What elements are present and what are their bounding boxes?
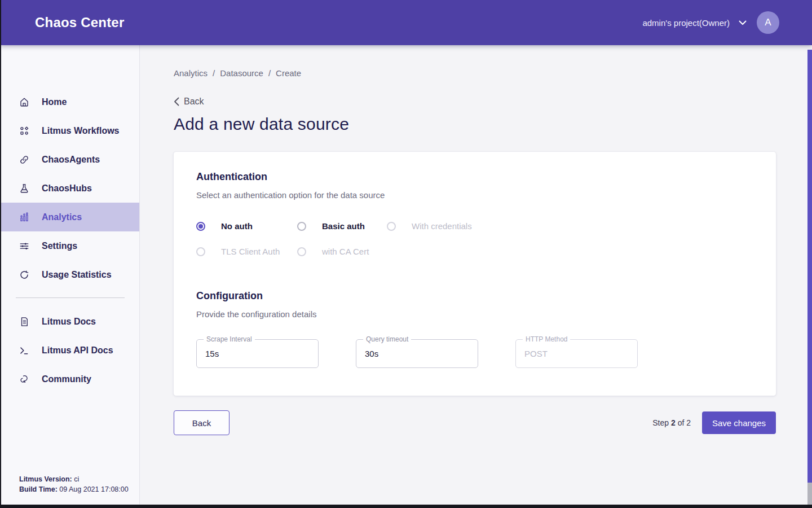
radio-tls-client-auth[interactable]: TLS Client Auth: [196, 247, 297, 256]
radio-with-ca-cert[interactable]: with CA Cert: [297, 247, 753, 256]
query-timeout-label: Query timeout: [363, 335, 411, 343]
radio-label: TLS Client Auth: [221, 247, 280, 256]
sidebar-item-label: Home: [42, 97, 67, 107]
sidebar-item-usage-statistics[interactable]: Usage Statistics: [0, 260, 139, 289]
breadcrumb-separator: /: [268, 68, 271, 78]
chevron-down-icon: [739, 20, 747, 25]
step-current: 2: [671, 418, 676, 427]
page-title: Add a new data source: [174, 115, 812, 134]
window-bottom-edge: [0, 505, 812, 508]
sidebar-item-analytics[interactable]: Analytics: [0, 203, 139, 231]
radio-icon: [297, 247, 306, 256]
app-title: Chaos Center: [35, 15, 124, 30]
sidebar-item-chaoshubs[interactable]: ChaosHubs: [0, 174, 139, 203]
back-link[interactable]: Back: [174, 97, 213, 107]
back-link-label: Back: [184, 97, 204, 107]
auth-options-row-1: No auth Basic auth With credentials: [196, 221, 753, 231]
breadcrumb-separator: /: [213, 68, 215, 78]
version-value: ci: [72, 475, 80, 483]
scrape-interval-label: Scrape Interval: [204, 335, 255, 343]
radio-no-auth[interactable]: No auth: [196, 221, 297, 231]
radio-with-credentials[interactable]: With credentials: [387, 221, 753, 231]
sidebar-item-label: Analytics: [42, 212, 82, 222]
datasource-form-card: Authentication Select an authentication …: [174, 152, 776, 396]
radio-label: With credentials: [412, 221, 472, 231]
step-prefix: Step: [652, 418, 671, 427]
http-method-field: HTTP Method: [515, 339, 638, 368]
query-timeout-field: Query timeout: [356, 339, 478, 368]
avatar[interactable]: A: [757, 11, 779, 34]
http-method-input[interactable]: [524, 349, 629, 358]
sidebar-item-label: Community: [42, 374, 91, 384]
link-icon: [19, 155, 29, 165]
home-icon: [19, 97, 29, 107]
sidebar-item-settings[interactable]: Settings: [0, 231, 139, 260]
back-button[interactable]: Back: [174, 410, 230, 435]
sidebar-item-litmus-workflows[interactable]: Litmus Workflows: [0, 116, 139, 145]
query-timeout-input[interactable]: [365, 349, 469, 358]
terminal-icon: [19, 345, 29, 356]
configuration-subtitle: Provide the configuration details: [196, 309, 753, 319]
radio-label: with CA Cert: [322, 247, 369, 256]
breadcrumb-datasource[interactable]: Datasource: [220, 68, 263, 78]
sidebar-item-label: ChaosAgents: [42, 155, 100, 165]
sidebar-item-home[interactable]: Home: [0, 87, 139, 116]
save-changes-button[interactable]: Save changes: [702, 411, 776, 434]
version-label: Litmus Version:: [19, 475, 72, 483]
radio-basic-auth[interactable]: Basic auth: [297, 221, 387, 231]
breadcrumb: Analytics / Datasource / Create: [174, 68, 812, 78]
scrape-interval-field: Scrape Interval: [196, 339, 319, 368]
sidebar-item-chaosagents[interactable]: ChaosAgents: [0, 145, 139, 174]
sidebar-item-litmus-docs[interactable]: Litmus Docs: [0, 307, 139, 336]
sliders-icon: [19, 241, 29, 251]
project-selector-label: admin's project(Owner): [642, 18, 730, 28]
build-time-value: 09 Aug 2021 17:08:00: [58, 485, 129, 493]
chevron-left-icon: [174, 97, 179, 106]
flask-icon: [19, 183, 29, 194]
workflows-icon: [19, 126, 29, 136]
radio-icon: [196, 222, 205, 231]
form-footer: Back Step 2 of 2 Save changes: [174, 410, 776, 435]
configuration-fields: Scrape Interval Query timeout HTTP Metho…: [196, 339, 753, 368]
analytics-chart-icon: [19, 212, 29, 222]
sidebar-item-litmus-api-docs[interactable]: Litmus API Docs: [0, 336, 139, 365]
radio-icon: [387, 222, 396, 231]
sidebar-item-label: Litmus Workflows: [42, 126, 120, 136]
authentication-title: Authentication: [196, 171, 753, 183]
sidebar-item-community[interactable]: Community: [0, 365, 139, 393]
auth-options-row-2: TLS Client Auth with CA Cert: [196, 247, 753, 256]
version-info: Litmus Version: ci Build Time: 09 Aug 20…: [19, 474, 129, 494]
radio-icon: [196, 247, 205, 256]
refresh-circle-icon: [19, 270, 29, 280]
http-method-label: HTTP Method: [523, 335, 570, 343]
sidebar: Home Litmus Workflows ChaosAgents ChaosH…: [0, 45, 140, 505]
project-selector[interactable]: admin's project(Owner): [642, 18, 747, 28]
scrollbar-track[interactable]: [807, 483, 812, 505]
scrape-interval-input[interactable]: [205, 349, 310, 358]
radio-label: No auth: [221, 221, 253, 231]
configuration-title: Configuration: [196, 290, 753, 302]
document-icon: [19, 317, 29, 327]
chat-bubbles-icon: [19, 374, 29, 384]
sidebar-item-label: Litmus API Docs: [42, 345, 113, 356]
build-time-label: Build Time:: [19, 485, 58, 493]
sidebar-divider: [16, 297, 125, 298]
main-content: Analytics / Datasource / Create Back Add…: [140, 45, 812, 505]
breadcrumb-analytics[interactable]: Analytics: [174, 68, 208, 78]
step-indicator: Step 2 of 2: [652, 418, 691, 427]
sidebar-item-label: Settings: [42, 241, 77, 251]
radio-icon: [297, 222, 306, 231]
breadcrumb-create[interactable]: Create: [276, 68, 301, 78]
app-header: Chaos Center admin's project(Owner) A: [0, 0, 812, 45]
window-left-edge: [0, 0, 1, 508]
sidebar-item-label: Usage Statistics: [42, 270, 112, 280]
sidebar-item-label: ChaosHubs: [42, 183, 92, 194]
sidebar-item-label: Litmus Docs: [42, 317, 96, 327]
radio-label: Basic auth: [322, 221, 365, 231]
authentication-subtitle: Select an authentication option for the …: [196, 190, 753, 200]
step-suffix: of 2: [676, 418, 691, 427]
avatar-letter: A: [765, 17, 771, 28]
scrollbar-thumb[interactable]: [807, 50, 812, 483]
